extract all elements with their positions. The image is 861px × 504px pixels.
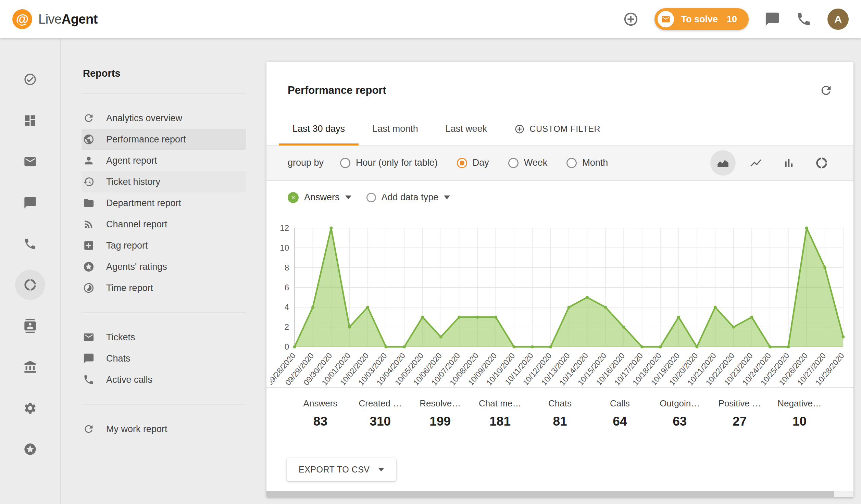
export-csv-button[interactable]: EXPORT TO CSV (287, 458, 396, 481)
sidebar-item-channel-report[interactable]: Channel report (82, 214, 246, 235)
chat-icon (23, 196, 37, 210)
tab-label: CUSTOM FILTER (529, 124, 600, 134)
tab-custom-filter[interactable]: CUSTOM FILTER (501, 113, 614, 145)
to-solve-count: 10 (727, 14, 737, 25)
sidebar-title: Reports (83, 67, 266, 79)
stat-negative: Negative…10 (770, 398, 829, 429)
stat-value: 199 (410, 414, 470, 429)
answers-series-chip[interactable]: Answers (288, 192, 351, 203)
sidebar-item-label: Active calls (106, 375, 152, 385)
groupby-option-month[interactable]: Month (566, 158, 608, 168)
area-chart-icon (716, 156, 729, 169)
to-solve-label: To solve (681, 14, 718, 25)
refresh-icon (83, 423, 95, 435)
sidebar-item-department-report[interactable]: Department report (82, 192, 246, 214)
sidebar-sections: Analytics overviewPerformance reportAgen… (61, 93, 266, 440)
stat-answers: Answers83 (290, 398, 350, 429)
sidebar-item-agents-ratings[interactable]: Agents' ratings (82, 256, 246, 277)
stat-chats: Chats81 (530, 398, 590, 429)
bar-chart-icon (782, 156, 795, 169)
groupby-option-label: Month (582, 158, 608, 168)
sidebar-item-agent-report[interactable]: Agent report (82, 150, 246, 171)
donut-icon (815, 156, 828, 169)
sidebar-item-label: Channel report (106, 219, 167, 230)
tab-last-30-days[interactable]: Last 30 days (279, 113, 359, 145)
groupby-option-week[interactable]: Week (508, 158, 548, 168)
scrollbar-thumb[interactable] (266, 491, 834, 497)
sidebar-item-ticket-history[interactable]: Ticket history (82, 171, 246, 192)
sidebar-item-active-calls[interactable]: Active calls (82, 369, 246, 390)
sidebar-item-label: Performance report (106, 134, 186, 145)
rail-item-dashboard[interactable] (15, 105, 45, 136)
add-circle-icon[interactable] (623, 11, 639, 27)
rail-item-contacts[interactable] (15, 311, 45, 341)
stat-label: Answers (290, 398, 350, 409)
rail-item-bank[interactable] (15, 352, 45, 382)
sidebar-item-label: Analytics overview (106, 113, 182, 124)
chevron-down-icon (444, 196, 450, 199)
tab-label: Last 30 days (292, 124, 345, 134)
group-by-options: Hour (only for table)DayWeekMonth (340, 158, 627, 168)
card-header: Performance report (266, 62, 853, 113)
brand-live: Live (38, 12, 62, 26)
to-solve-button[interactable]: To solve 10 (654, 8, 749, 30)
stat-label: Resolve… (410, 398, 470, 409)
sidebar-item-chats[interactable]: Chats (82, 348, 246, 369)
stats-row: Answers83Created …310Resolve…199Chat me…… (266, 387, 853, 440)
groupby-option-label: Hour (only for table) (356, 158, 438, 168)
series-chip-label: Answers (304, 192, 340, 203)
bar-chart-icon[interactable] (776, 150, 801, 176)
liveagent-logo[interactable]: @ LiveAgent (12, 9, 98, 29)
history-icon (83, 176, 95, 188)
person-icon (83, 155, 95, 166)
chat-icon (83, 353, 95, 364)
sidebar-item-my-work-report[interactable]: My work report (82, 418, 246, 440)
stat-value: 181 (470, 414, 530, 429)
svg-text:2: 2 (285, 322, 289, 331)
rail-item-check-circle[interactable] (15, 64, 45, 94)
sidebar-item-label: Tag report (106, 240, 148, 251)
page-title: Performance report (288, 84, 386, 97)
at-glyph: @ (16, 12, 28, 27)
line-chart-icon[interactable] (743, 150, 769, 176)
sidebar-item-performance-report[interactable]: Performance report (82, 129, 246, 150)
answers-chart: 02468101209/28/202009/29/202009/30/20201… (266, 214, 853, 387)
group-by-label: group by (288, 158, 324, 168)
groupby-option-day[interactable]: Day (457, 158, 489, 168)
stat-outgoin: Outgoin…63 (650, 398, 710, 429)
groupby-option-label: Day (473, 158, 489, 168)
tab-last-week[interactable]: Last week (432, 113, 501, 145)
remove-series-button[interactable] (288, 192, 299, 203)
sidebar-item-tag-report[interactable]: Tag report (82, 235, 246, 256)
rail-item-gear[interactable] (15, 393, 45, 423)
rail-item-stars[interactable] (15, 434, 45, 464)
phone-icon[interactable] (796, 11, 812, 27)
dashboard-icon (23, 114, 37, 127)
add-data-type-radio (366, 193, 376, 202)
refresh-icon[interactable] (819, 84, 833, 97)
chevron-down-icon (378, 468, 384, 471)
add-data-type-control[interactable]: Add data type (366, 192, 450, 203)
group-by-bar: group by Hour (only for table)DayWeekMon… (266, 146, 853, 181)
donut-icon[interactable] (809, 150, 834, 176)
stat-value: 27 (710, 414, 770, 429)
sidebar-item-analytics-overview[interactable]: Analytics overview (82, 108, 246, 129)
chat-icon[interactable] (764, 11, 780, 27)
avatar[interactable]: A (827, 9, 849, 30)
sidebar-item-tickets[interactable]: Tickets (82, 327, 246, 348)
stat-resolve: Resolve…199 (410, 398, 470, 429)
rail-item-phone[interactable] (15, 229, 45, 259)
rail-item-chat[interactable] (15, 188, 45, 218)
export-row: EXPORT TO CSV (266, 440, 853, 481)
groupby-option-hour-only-for-table[interactable]: Hour (only for table) (340, 158, 438, 168)
sidebar-item-time-report[interactable]: Time report (82, 277, 246, 299)
area-chart-icon[interactable] (710, 150, 736, 176)
rail-item-mail[interactable] (15, 147, 45, 177)
tab-last-month[interactable]: Last month (359, 113, 432, 145)
horizontal-scrollbar[interactable] (266, 491, 853, 497)
check-circle-icon (23, 73, 37, 86)
sidebar-item-label: Chats (106, 353, 130, 364)
sidebar-item-label: Agents' ratings (106, 262, 167, 272)
rail-item-donut[interactable] (15, 270, 45, 300)
stat-value: 81 (530, 414, 590, 429)
